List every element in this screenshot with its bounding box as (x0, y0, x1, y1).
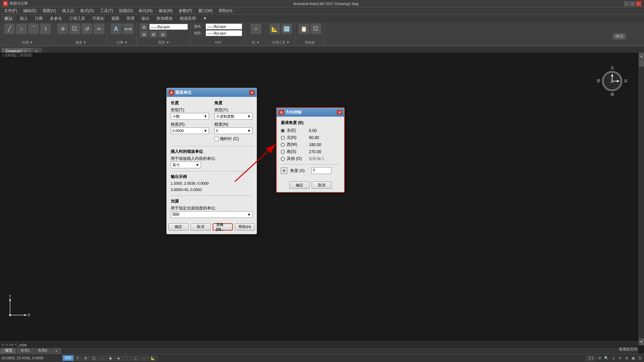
ucs-btn[interactable]: ⋮ (123, 356, 131, 361)
units-direction-btn[interactable]: 方向(D)... (213, 223, 233, 231)
trim-tool[interactable]: ✂ (94, 23, 104, 34)
layer-btn1[interactable]: ▤ (140, 23, 148, 30)
doc-tab-close[interactable]: ✕ (24, 49, 27, 53)
grid-btn[interactable]: # (74, 356, 81, 361)
dim-tool[interactable]: ⟺ (123, 23, 133, 34)
angle-input[interactable]: 0 (311, 167, 331, 174)
color-display[interactable]: ——ByLayer (206, 23, 242, 29)
nav-icon1[interactable]: ⊿ (610, 355, 616, 361)
units-help-btn[interactable]: 帮助(H) (235, 223, 255, 231)
menu-draw[interactable]: 绘图(D) (116, 7, 136, 14)
tab-default[interactable]: 默认 (1, 15, 16, 22)
menu-window[interactable]: 窗口(W) (196, 7, 215, 14)
tab-view[interactable]: 视图 (108, 15, 123, 22)
menu-help[interactable]: 帮助(H) (216, 7, 235, 14)
tab-3dtools[interactable]: 三维工具 (66, 15, 89, 22)
minimize-button[interactable]: ─ (624, 1, 629, 6)
tab-annotate[interactable]: 注释 (32, 15, 46, 22)
angle-type-select[interactable]: 十进制度数 ▼ (214, 113, 253, 120)
tab-visualize[interactable]: 可视化 (89, 15, 108, 22)
layer-btn2[interactable]: ▤ (140, 31, 148, 38)
scroll-down-btn[interactable]: ▼ (639, 339, 644, 345)
nav-icon5[interactable]: ☰ (637, 355, 643, 361)
osnap-btn[interactable]: ◉ (107, 356, 114, 361)
east-radio[interactable] (281, 129, 285, 133)
rotate-tool[interactable]: ↺ (82, 23, 92, 34)
south-radio[interactable] (281, 150, 285, 154)
measure-btn[interactable]: 📐 (269, 23, 280, 34)
menu-format[interactable]: 格式(O) (77, 7, 97, 14)
tab-manage[interactable]: 管理 (123, 15, 138, 22)
close-button[interactable]: ✕ (636, 1, 641, 6)
insert-unit-select[interactable]: 英寸 ▼ (171, 162, 201, 168)
tab-extra[interactable]: ▼ (200, 15, 210, 21)
direction-cancel-btn[interactable]: 取消 (312, 181, 332, 189)
direction-ok-btn[interactable]: 确定 (289, 181, 310, 189)
scroll-up-btn[interactable]: ▲ (639, 53, 644, 59)
add-layout-tab[interactable]: + (52, 348, 61, 354)
layer-btn4[interactable]: ▤ (159, 31, 167, 38)
move-tool[interactable]: ✛ (57, 23, 68, 34)
menu-view[interactable]: 视图(V) (40, 7, 59, 14)
menu-insert[interactable]: 插入(I) (59, 7, 76, 14)
lweight-btn[interactable]: — (140, 356, 148, 361)
group-btn[interactable]: ○ (251, 23, 261, 34)
menu-tools[interactable]: 工具(T) (97, 7, 116, 14)
text-tool[interactable]: A (111, 23, 121, 34)
model-space-btn[interactable]: 模型 (62, 355, 74, 361)
length-precision-select[interactable]: 0.0000 ▼ (171, 127, 209, 134)
linetype-display[interactable]: ——ByLayer (206, 30, 242, 36)
layer-btn3[interactable]: ▤ (149, 31, 157, 38)
polar-btn[interactable]: ∟ (98, 356, 106, 361)
cmdline-expand-btn[interactable]: ≡ (6, 343, 8, 347)
otrack-btn[interactable]: ◈ (115, 356, 122, 361)
scrollbar-bottom[interactable]: ◀ (0, 348, 639, 354)
copy-tool[interactable]: ⿻ (69, 23, 80, 34)
light-unit-select[interactable]: 国际 ▼ (171, 211, 253, 218)
layout1-tab[interactable]: 布局1 (17, 347, 34, 354)
menu-file[interactable]: 文件(F) (1, 7, 20, 14)
pick-angle-btn[interactable]: ⊕ (281, 167, 287, 174)
zoom-ratio[interactable]: 1:1 (586, 356, 596, 361)
angle-precision-select[interactable]: 0 ▼ (214, 127, 253, 134)
tab-output[interactable]: 输出 (138, 15, 153, 22)
units-ok-btn[interactable]: 确定 (168, 223, 189, 231)
ortho-btn[interactable]: ◫ (90, 356, 98, 361)
line-tool[interactable]: ╱ (4, 23, 15, 34)
other-radio[interactable] (281, 157, 285, 161)
tab-insert[interactable]: 插入 (16, 15, 31, 22)
arc-tool[interactable]: ⌒ (28, 23, 39, 34)
calc-btn[interactable]: 🔢 (281, 23, 292, 34)
nav-icon2[interactable]: ⟲ (617, 355, 623, 361)
menu-dimension[interactable]: 标注(N) (136, 7, 155, 14)
paste-btn[interactable]: 📋 (299, 23, 309, 34)
menu-edit[interactable]: 编辑(E) (20, 7, 39, 14)
units-cancel-btn[interactable]: 取消 (191, 223, 211, 231)
polyline-tool[interactable]: ⌇ (40, 23, 51, 34)
model-tab[interactable]: 模型 (1, 347, 16, 354)
maximize-button[interactable]: □ (630, 1, 635, 6)
scroll-thumb-v[interactable] (639, 60, 644, 67)
length-type-select[interactable]: 小数 ▼ (171, 113, 209, 120)
west-radio[interactable] (281, 143, 285, 147)
dyn-btn[interactable]: △ (132, 356, 139, 361)
nav-icon3[interactable]: ⊕ (624, 355, 629, 361)
snap-btn[interactable]: ⊕ (82, 356, 89, 361)
tab-parametric[interactable]: 多参化 (47, 15, 65, 22)
clockwise-checkbox[interactable] (214, 137, 219, 141)
scrollbar-right[interactable]: ▲ ▼ (639, 53, 644, 345)
menu-modify[interactable]: 修改(M) (156, 7, 175, 14)
circle-tool[interactable]: ○ (16, 23, 27, 34)
north-radio[interactable] (281, 136, 285, 140)
nav-icon4[interactable]: ▣ (631, 355, 636, 361)
layout2-tab[interactable]: 布局2 (34, 347, 51, 354)
menu-param[interactable]: 参数(P) (176, 7, 195, 14)
tab-featured[interactable]: 精选应用 (176, 15, 199, 22)
tab-addons[interactable]: 附加模块 (153, 15, 176, 22)
copy-btn[interactable]: ⿻ (311, 23, 321, 34)
units-dialog-close[interactable]: ✕ (249, 90, 255, 95)
cmdline-close-btn[interactable]: ✕ (1, 343, 4, 347)
direction-dialog-close[interactable]: ✕ (337, 110, 342, 115)
settings-icon[interactable]: ⚙ (597, 355, 602, 361)
tscale-btn[interactable]: 📐 (149, 356, 157, 361)
